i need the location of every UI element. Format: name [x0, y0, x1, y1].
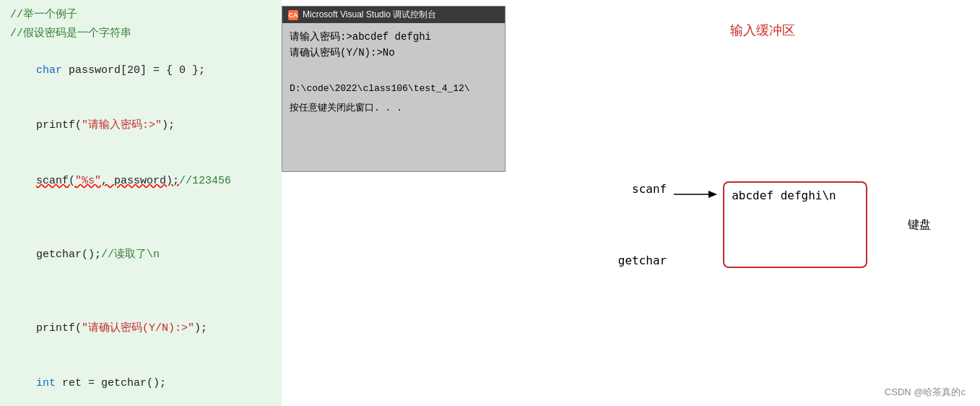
console-line-5: 按任意键关闭此窗口. . . [290, 101, 498, 116]
code-line-2: //假设密码是一个字符串 [10, 25, 272, 43]
console-body: 请输入密码:>abcdef defghi 请确认密码(Y/N):>No D:\c… [282, 23, 505, 171]
middle-section: CA Microsoft Visual Studio 调试控制台 请输入密码:>… [282, 0, 506, 406]
code-panel: //举一个例子 //假设密码是一个字符串 char password[20] =… [0, 0, 282, 406]
console-line-4: D:\code\2022\class106\test_4_12\ [290, 82, 498, 97]
console-titlebar: CA Microsoft Visual Studio 调试控制台 [282, 7, 505, 23]
console-line-1: 请输入密码:>abcdef defghi [290, 29, 498, 45]
code-line-10: int ret = getchar(); [10, 356, 272, 407]
console-panel: CA Microsoft Visual Studio 调试控制台 请输入密码:>… [282, 6, 506, 172]
console-line-3 [290, 61, 498, 77]
console-line-2: 请确认密码(Y/N):>No [290, 45, 498, 61]
code-line-8 [10, 282, 272, 301]
code-line-7: getchar();//读取了\n [10, 227, 272, 282]
buffer-content: abcdef defghi\n [732, 189, 859, 202]
code-line-9: printf("请确认密码(Y/N):>"); [10, 301, 272, 356]
arrow-svg [674, 187, 717, 202]
code-line-4: printf("请输入密码:>"); [10, 98, 272, 154]
buffer-box: abcdef defghi\n 键盘 [723, 181, 867, 268]
csdn-watermark: CSDN @哈茶真的c [885, 386, 966, 399]
code-line-6 [10, 209, 272, 228]
getchar-label: getchar [618, 254, 667, 267]
console-icon: CA [288, 10, 298, 20]
diagram-title: 输入缓冲区 [730, 22, 795, 39]
code-line-1: //举一个例子 [10, 6, 272, 25]
console-title: Microsoft Visual Studio 调试控制台 [303, 9, 436, 21]
scanf-label: scanf [632, 182, 667, 196]
svg-marker-1 [708, 191, 717, 198]
diagram-panel: 输入缓冲区 scanf getchar abcdef defghi\n 键盘 C… [506, 0, 980, 406]
keyboard-label: 键盘 [908, 217, 931, 233]
code-line-3: char password[20] = { 0 }; [10, 43, 272, 98]
code-line-5: scanf("%s", password);//123456 [10, 153, 272, 209]
